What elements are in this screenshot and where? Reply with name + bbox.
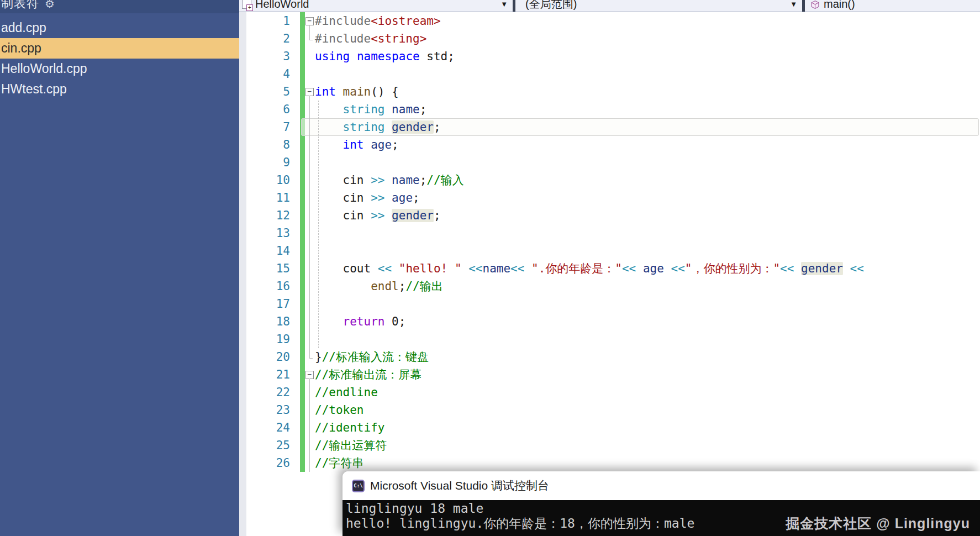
code-line-15[interactable]: 15 cout << "hello! " <<name<< ".你的年龄是："<…: [239, 260, 980, 277]
chevron-down-icon[interactable]: ▼: [790, 0, 797, 8]
debug-console-window: C:\ Microsoft Visual Studio 调试控制台 lingli…: [343, 471, 980, 536]
code-line-25[interactable]: 25//输出运算符: [239, 437, 980, 454]
code-line-17[interactable]: 17: [239, 295, 980, 313]
change-bar: [300, 12, 305, 30]
change-bar: [300, 383, 305, 401]
code-line-3[interactable]: 3using namespace std;: [239, 48, 980, 65]
code-line-7[interactable]: 7 string gender;: [239, 118, 980, 136]
line-number: 5: [239, 83, 290, 101]
line-number: 12: [239, 207, 290, 224]
change-bar: [300, 154, 305, 171]
code-line-1[interactable]: 1#include<iostream>: [239, 12, 980, 30]
code-line-18[interactable]: 18 return 0;: [239, 313, 980, 330]
line-number: 20: [239, 348, 290, 366]
line-number: 4: [239, 65, 290, 83]
console-titlebar[interactable]: C:\ Microsoft Visual Studio 调试控制台: [343, 471, 980, 500]
code-line-9[interactable]: 9: [239, 154, 980, 171]
fold-guide: [305, 437, 315, 454]
code-line-26[interactable]: 26//字符串: [239, 454, 980, 472]
change-bar: [300, 171, 305, 189]
fold-guide: [305, 171, 315, 189]
file-item-cin.cpp[interactable]: cin.cpp: [0, 38, 239, 59]
file-sidebar: 制表符 ⚙ add.cppcin.cppHelloWorld.cppHWtest…: [0, 0, 239, 536]
change-bar: [300, 224, 305, 242]
file-item-HelloWorld.cpp[interactable]: HelloWorld.cpp: [0, 59, 239, 79]
code-text: //字符串: [315, 454, 363, 472]
line-number: 21: [239, 366, 290, 383]
change-bar: [300, 189, 305, 207]
code-text: #include<iostream>: [315, 12, 441, 30]
file-item-HWtest.cpp[interactable]: HWtest.cpp: [0, 79, 239, 99]
fold-collapse-icon[interactable]: [305, 83, 315, 101]
line-number: 9: [239, 154, 290, 171]
fold-guide: [305, 454, 315, 472]
code-line-13[interactable]: 13: [239, 224, 980, 242]
code-text: using namespace std;: [315, 48, 455, 65]
line-number: 10: [239, 171, 290, 189]
line-number: 8: [239, 136, 290, 154]
line-number: 17: [239, 295, 290, 313]
fold-collapse-icon[interactable]: [305, 366, 315, 383]
code-line-21[interactable]: 21//标准输出流：屏幕: [239, 366, 980, 383]
fold-collapse-icon[interactable]: [305, 12, 315, 30]
change-bar: [300, 30, 305, 48]
scope-dropdown[interactable]: (全局范围) ▼: [515, 0, 802, 12]
code-text: //token: [315, 401, 364, 419]
code-line-8[interactable]: 8 int age;: [239, 136, 980, 154]
code-line-24[interactable]: 24//identify: [239, 419, 980, 437]
console-output[interactable]: linglingyu 18 malehello! linglingyu.你的年龄…: [343, 500, 980, 536]
code-line-19[interactable]: 19: [239, 330, 980, 348]
code-line-14[interactable]: 14: [239, 242, 980, 260]
code-text: int main() {: [315, 83, 399, 101]
file-list: add.cppcin.cppHelloWorld.cppHWtest.cpp: [0, 18, 239, 99]
code-text: #include<string>: [315, 30, 426, 48]
code-text: //identify: [315, 419, 384, 437]
line-number: 2: [239, 30, 290, 48]
fold-guide: [305, 242, 315, 260]
code-line-4[interactable]: 4: [239, 65, 980, 83]
chevron-down-icon[interactable]: ▼: [500, 0, 508, 8]
fold-guide: [305, 260, 315, 277]
fold-guide: [305, 277, 315, 295]
code-text: cin >> name;//输入: [315, 171, 464, 189]
line-number: 1: [239, 12, 290, 30]
code-text: string name;: [315, 101, 426, 118]
code-line-10[interactable]: 10 cin >> name;//输入: [239, 171, 980, 189]
change-bar: [300, 101, 305, 118]
fold-guide: [305, 330, 315, 348]
code-line-20[interactable]: 20}//标准输入流：键盘: [239, 348, 980, 366]
code-line-5[interactable]: 5int main() {: [239, 83, 980, 101]
file-item-add.cpp[interactable]: add.cpp: [0, 18, 239, 38]
scope-dropdown-label: (全局范围): [525, 0, 577, 12]
code-line-22[interactable]: 22//endline: [239, 383, 980, 401]
project-dropdown[interactable]: HelloWorld ▼: [239, 0, 513, 12]
sidebar-header: 制表符 ⚙: [0, 0, 239, 13]
code-line-23[interactable]: 23//token: [239, 401, 980, 419]
change-bar: [300, 295, 305, 313]
code-line-12[interactable]: 12 cin >> gender;: [239, 207, 980, 224]
code-line-2[interactable]: 2#include<string>: [239, 30, 980, 48]
change-bar: [300, 118, 305, 136]
code-line-16[interactable]: 16 endl;//输出: [239, 277, 980, 295]
code-area: 1#include<iostream>2#include<string>3usi…: [239, 12, 980, 472]
change-bar: [300, 330, 305, 348]
watermark: 掘金技术社区 @ Linglingyu: [786, 514, 970, 533]
code-text: //标准输出流：屏幕: [315, 366, 421, 383]
fold-guide: [305, 295, 315, 313]
sidebar-header-label: 制表符: [1, 0, 39, 10]
code-text: return 0;: [315, 313, 405, 330]
change-bar: [300, 65, 305, 83]
gear-icon[interactable]: ⚙: [45, 0, 55, 10]
code-line-11[interactable]: 11 cin >> age;: [239, 189, 980, 207]
line-number: 6: [239, 101, 290, 118]
console-app-icon: C:\: [352, 480, 365, 492]
change-bar: [300, 277, 305, 295]
code-text: endl;//输出: [315, 277, 443, 295]
change-bar: [300, 136, 305, 154]
line-number: 14: [239, 242, 290, 260]
code-editor[interactable]: 1#include<iostream>2#include<string>3usi…: [239, 12, 980, 536]
code-line-6[interactable]: 6 string name;: [239, 101, 980, 118]
member-dropdown[interactable]: main(): [805, 0, 980, 12]
change-bar: [300, 207, 305, 224]
line-number: 7: [239, 118, 290, 136]
